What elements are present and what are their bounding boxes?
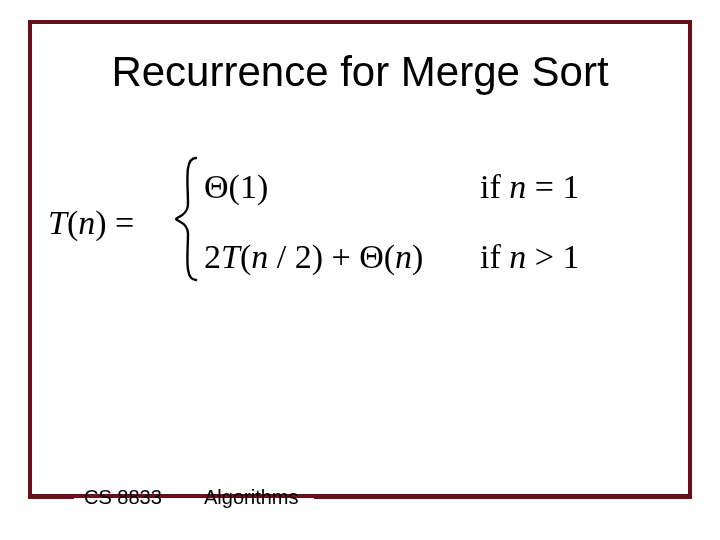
case2-plus: + bbox=[323, 238, 359, 275]
lhs-eq: = bbox=[107, 204, 135, 241]
case2-close2: ) bbox=[412, 238, 423, 275]
case2-condition: if n > 1 bbox=[480, 238, 579, 276]
footer-topic: Algorithms bbox=[204, 486, 298, 509]
equation-lhs: T(n) = bbox=[48, 204, 134, 242]
case1-n: n bbox=[509, 168, 526, 205]
case2-expression: 2T(n / 2) + Θ(n) bbox=[204, 238, 423, 276]
case2-gt: > bbox=[526, 238, 562, 275]
footer: CS 8833 Algorithms bbox=[28, 486, 692, 508]
case2-T: T bbox=[221, 238, 240, 275]
footer-course: CS 8833 bbox=[84, 486, 162, 509]
case1-theta: Θ bbox=[204, 168, 229, 205]
case2-open1: ( bbox=[240, 238, 251, 275]
case2-if: if bbox=[480, 238, 509, 275]
case1-close: ) bbox=[257, 168, 268, 205]
footer-rule-right bbox=[314, 495, 692, 499]
recurrence-equation: T(n) = Θ(1) if n = 1 2T(n / 2) + Θ(n) if… bbox=[48, 160, 672, 290]
slide-title: Recurrence for Merge Sort bbox=[0, 48, 720, 96]
case2-div: / 2 bbox=[268, 238, 311, 275]
case2-open2: ( bbox=[384, 238, 395, 275]
footer-rule-left bbox=[28, 495, 74, 499]
case2-n2: n bbox=[395, 238, 412, 275]
case2-coef: 2 bbox=[204, 238, 221, 275]
lhs-open: ( bbox=[67, 204, 78, 241]
case1-condval: 1 bbox=[562, 168, 579, 205]
lhs-T: T bbox=[48, 204, 67, 241]
case1-open: ( bbox=[229, 168, 240, 205]
case1-val: 1 bbox=[240, 168, 257, 205]
case2-condval: 1 bbox=[562, 238, 579, 275]
case2-theta: Θ bbox=[359, 238, 384, 275]
case2-close1: ) bbox=[312, 238, 323, 275]
case2-n1: n bbox=[251, 238, 268, 275]
lhs-close: ) bbox=[95, 204, 106, 241]
case2-n: n bbox=[509, 238, 526, 275]
left-brace-icon bbox=[174, 154, 204, 284]
case1-expression: Θ(1) bbox=[204, 168, 268, 206]
case1-if: if bbox=[480, 168, 509, 205]
case1-eq: = bbox=[526, 168, 562, 205]
case1-condition: if n = 1 bbox=[480, 168, 579, 206]
lhs-n: n bbox=[78, 204, 95, 241]
